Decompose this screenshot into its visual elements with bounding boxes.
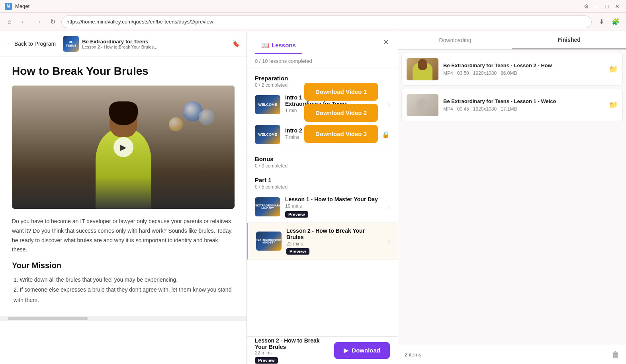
thumb-inner-intro-1: WELCOME: [255, 95, 280, 114]
app-logo: M: [5, 3, 12, 10]
lesson-thumbnail-master-day: #EXTRAORDINARY MINDSET: [255, 197, 280, 216]
download-thumbnail-1: [407, 58, 438, 80]
lesson-item-master-day[interactable]: #EXTRAORDINARY MINDSET Lesson 1 - How to…: [247, 191, 398, 223]
back-button[interactable]: ←: [18, 16, 29, 27]
section-name-bonus: Bonus: [255, 156, 390, 162]
lesson-title: How to Break Your Brules: [12, 65, 235, 78]
close-button[interactable]: ✕: [613, 2, 621, 10]
titlebar-left: M Meget: [5, 3, 29, 10]
preview-badge-break-brules: Preview: [286, 248, 309, 255]
download-item-title-1: Be Extraordinary for Teens - Lesson 2 - …: [443, 62, 604, 69]
lessons-tab[interactable]: 📖 Lessons: [255, 37, 302, 54]
download-format-1: MP4: [443, 70, 453, 76]
download-video-1-button[interactable]: Download Video 1: [304, 83, 378, 101]
items-count: 2 items: [405, 352, 421, 358]
back-bar: ← Back to Program BE TEENS Be Extraordin…: [0, 31, 246, 57]
browser-chrome: ⌂ ← → ↻ https://home.mindvalley.com/ques…: [0, 13, 626, 31]
lesson-badges-break-brules: Preview: [286, 248, 383, 255]
bookmark-button[interactable]: 🔖: [232, 40, 240, 48]
course-thumbnail: BE TEENS: [63, 36, 79, 52]
download-bar: Lesson 2 - How to Break Your Brules 22 m…: [247, 336, 398, 364]
url-text: https://home.mindvalley.com/quests/en/be…: [67, 19, 213, 25]
tab-downloading[interactable]: Downloading: [398, 31, 512, 49]
download-item-info-1: Be Extraordinary for Teens - Lesson 2 - …: [443, 62, 604, 76]
lesson-thumbnail-break-brules: #EXTRAORDINARY MINDSET: [256, 232, 282, 251]
download-button[interactable]: ▶ Download: [334, 342, 390, 359]
download-size-2: 17.1MB: [501, 106, 517, 112]
section-progress-bonus: 0 / 0 completed: [255, 163, 390, 169]
delete-button[interactable]: 🗑: [612, 350, 620, 359]
mission-item-2: 2. If someone else expresses a brule tha…: [14, 285, 235, 305]
thumb-inner-break-brules: #EXTRAORDINARY MINDSET: [256, 232, 282, 251]
section-progress-part1: 0 / 5 completed: [255, 184, 390, 190]
settings-icon[interactable]: ⚙: [582, 2, 590, 10]
video-scene: ▶: [12, 86, 235, 209]
address-bar[interactable]: https://home.mindvalley.com/quests/en/be…: [61, 16, 592, 28]
back-to-program-link[interactable]: ← Back to Program: [6, 41, 56, 47]
lesson-thumbnail-intro-2: WELCOME: [255, 125, 280, 144]
back-icon: ←: [6, 41, 12, 47]
bottom-spacer: [247, 260, 398, 292]
dl-lesson-name: Lesson 2 - How to Break Your Brules: [255, 337, 329, 350]
horizontal-scrollbar[interactable]: [0, 316, 246, 321]
lesson-item-break-brules[interactable]: #EXTRAORDINARY MINDSET Lesson 2 - How to…: [247, 223, 398, 260]
dl-badges: Preview: [255, 357, 329, 364]
lessons-header: 📖 Lessons ✕: [247, 31, 398, 54]
download-btn-label: Download: [352, 347, 380, 354]
course-text: Be Extraordinary for Teens Lesson 2 - Ho…: [82, 39, 157, 49]
lessons-sidebar: 📖 Lessons ✕ 0 / 10 lessons completed Dow…: [247, 31, 398, 364]
downloads-footer: 2 items 🗑: [398, 345, 626, 364]
back-label: Back to Program: [14, 41, 56, 47]
lesson-duration-master-day: 19 mins: [285, 203, 383, 209]
folder-icon-2[interactable]: 📁: [609, 101, 618, 109]
download-icon[interactable]: ⬇: [595, 16, 608, 28]
play-icon: ▶: [344, 347, 348, 354]
section-name-preparation: Preparation: [255, 75, 390, 82]
forward-button[interactable]: →: [33, 16, 44, 27]
download-item-meta-1: MP4 03:50 1920x1080 86.0MB: [443, 70, 604, 76]
refresh-button[interactable]: ↻: [47, 16, 58, 27]
lesson-thumbnail-intro-1: WELCOME: [255, 95, 280, 114]
lesson-body: Do you have to become an IT developer or…: [12, 217, 235, 255]
extension-icon[interactable]: 🧩: [609, 16, 622, 28]
browser-icons: ⬇ 🧩: [595, 16, 622, 28]
download-item-1: Be Extraordinary for Teens - Lesson 2 - …: [401, 53, 623, 86]
dl-preview-badge: Preview: [255, 357, 278, 364]
lesson-info-break-brules: Lesson 2 - How to Break Your Brules 22 m…: [286, 228, 383, 255]
course-lesson: Lesson 2 - How to Break Your Brules...: [82, 45, 157, 49]
lesson-name-master-day: Lesson 1 - How to Master Your Day: [285, 196, 383, 202]
home-button[interactable]: ⌂: [4, 16, 15, 27]
section-bonus: Bonus 0 / 0 completed: [247, 149, 398, 170]
chevron-right-icon-3: ›: [388, 237, 390, 245]
course-name: Be Extraordinary for Teens: [82, 39, 157, 45]
lesson-info-master-day: Lesson 1 - How to Master Your Day 19 min…: [285, 196, 383, 218]
thumb-inner-master-day: #EXTRAORDINARY MINDSET: [255, 197, 280, 216]
download-item-meta-2: MP4 00:45 1920x1080 17.1MB: [443, 106, 604, 112]
progress-text: 0 / 10 lessons completed: [255, 58, 312, 64]
close-button[interactable]: ✕: [380, 37, 391, 48]
course-info: BE TEENS Be Extraordinary for Teens Less…: [63, 36, 157, 52]
book-icon: 📖: [261, 41, 269, 49]
tab-finished[interactable]: Finished: [512, 31, 626, 49]
app-title: Meget: [15, 3, 29, 9]
downloads-panel: Downloading Finished Be Extraordinary fo…: [398, 31, 626, 364]
lesson-name-break-brules: Lesson 2 - How to Break Your Brules: [286, 228, 383, 240]
download-video-3-button[interactable]: Download Video 3: [304, 125, 378, 143]
maximize-button[interactable]: □: [603, 2, 611, 10]
window-controls[interactable]: ⚙ — □ ✕: [582, 2, 621, 10]
download-item-2: Be Extraordinary for Teens - Lesson 1 - …: [401, 89, 623, 121]
download-duration-2: 00:45: [457, 106, 469, 112]
download-video-2-button[interactable]: Download Video 2: [304, 104, 378, 122]
folder-icon-1[interactable]: 📁: [609, 65, 618, 74]
lessons-tab-label: Lessons: [272, 42, 296, 49]
main-layout: ← Back to Program BE TEENS Be Extraordin…: [0, 31, 626, 364]
lesson-content: How to Break Your Brules: [0, 57, 246, 313]
lesson-video[interactable]: ▶: [12, 86, 235, 209]
minimize-button[interactable]: —: [593, 2, 601, 10]
downloads-tabs: Downloading Finished: [398, 31, 626, 50]
download-lesson-info: Lesson 2 - How to Break Your Brules 22 m…: [255, 337, 329, 364]
section-part1: Part 1 0 / 5 completed: [247, 170, 398, 191]
download-resolution-1: 1920x1080: [473, 70, 497, 76]
browser-content: ← Back to Program BE TEENS Be Extraordin…: [0, 31, 247, 364]
dl-duration: 22 mins: [255, 350, 329, 356]
